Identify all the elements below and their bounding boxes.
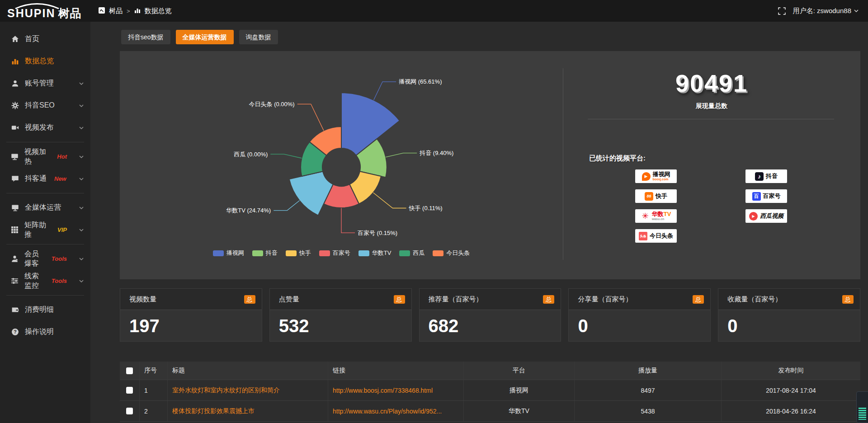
- legend-item-0[interactable]: 播视网: [213, 249, 244, 257]
- app-logo[interactable]: SHUPIN树品: [0, 3, 99, 19]
- platform-card-wasu: ✳华数TVwasu.cn: [635, 209, 677, 223]
- pie-label-4: 华数TV (24.74%): [226, 207, 271, 214]
- row-checkbox[interactable]: [126, 408, 133, 414]
- overview-panel: 播视网 (65.61%)抖音 (9.40%)快手 (0.11%)百家号 (0.1…: [120, 51, 860, 279]
- tab-inquiry-data[interactable]: 询盘数据: [239, 30, 278, 44]
- chevron-down-icon: [79, 103, 84, 108]
- pie-label-line-0: [374, 82, 396, 100]
- tab-media-ops-data[interactable]: 全媒体运营数据: [176, 30, 234, 44]
- grid-icon: [11, 226, 19, 234]
- pie-slice-4[interactable]: [289, 171, 333, 215]
- app-root: SHUPIN树品 树品 > 数据总览 用户名: zswodun88 首页数据总览…: [0, 0, 868, 423]
- row-checkbox[interactable]: [126, 387, 133, 394]
- pie-legend: 播视网抖音快手百家号华数TV西瓜今日头条: [120, 249, 563, 257]
- sidebar-badge-tools: Tools: [52, 255, 67, 262]
- stat-card-value: 682: [420, 310, 561, 336]
- sidebar-item-member-baoke[interactable]: 会员爆客Tools: [0, 248, 90, 270]
- stat-card-4: 收藏量（百家号）总0: [718, 288, 860, 342]
- header-platform: 平台: [464, 362, 575, 380]
- toutiao-logo-icon: 头条: [639, 232, 647, 240]
- sidebar-item-account-manage[interactable]: 账号管理: [0, 72, 90, 94]
- wasu-logo-icon: ✳: [641, 212, 650, 221]
- cell-no: 1: [140, 380, 168, 400]
- sidebar-badge-new: New: [54, 175, 66, 182]
- sidebar-item-clue-monitor[interactable]: 线索监控Tools: [0, 270, 90, 292]
- pie-label-3: 百家号 (0.15%): [358, 230, 397, 236]
- cell-no: 2: [140, 401, 168, 421]
- logo-cn: 树品: [58, 7, 81, 19]
- chevron-down-icon: [79, 256, 84, 262]
- xigua-logo-icon: ▶: [749, 212, 758, 221]
- question-icon: ?: [11, 328, 19, 336]
- cell-time: 2017-08-24 17:04: [722, 380, 860, 400]
- sidebar-item-consume-detail[interactable]: 消费明细: [0, 299, 90, 321]
- gear-icon: [11, 102, 19, 109]
- total-impressions-label: 展现量总数: [563, 102, 860, 110]
- sidebar-item-data-overview[interactable]: 数据总览: [0, 50, 90, 72]
- stat-card-header: 推荐量（百家号）总: [420, 289, 561, 310]
- table-row: 2楼体投影灯投影效果震撼上市http://www.wasu.cn/Play/sh…: [120, 401, 860, 422]
- video-url-link[interactable]: http://www.boosj.com/7338468.html: [333, 387, 433, 394]
- cell-link: http://www.wasu.cn/Play/show/id/952...: [328, 401, 464, 421]
- username-label: 用户名: zswodun88: [793, 7, 851, 15]
- sidebar-item-help[interactable]: ?操作说明: [0, 321, 90, 343]
- legend-item-2[interactable]: 快手: [286, 249, 311, 257]
- pie-label-6: 今日头条 (0.00%): [249, 101, 295, 108]
- user2-icon: [11, 255, 19, 263]
- pie-label-0: 播视网 (65.61%): [399, 78, 442, 85]
- chevron-down-icon: [79, 205, 84, 211]
- sidebar-item-media-ops[interactable]: 全媒体运营: [0, 197, 90, 219]
- fullscreen-button[interactable]: [778, 7, 786, 15]
- video-title-link[interactable]: 室外水纹灯和室内水纹灯的区别和简介: [172, 386, 280, 395]
- topbar-right: 用户名: zswodun88: [778, 7, 868, 15]
- cell-platform: 播视网: [464, 380, 575, 400]
- legend-swatch: [359, 250, 369, 256]
- pie-label-line-4: [274, 201, 299, 211]
- pie-label-line-3: [341, 208, 355, 233]
- legend-item-4[interactable]: 华数TV: [359, 249, 392, 257]
- stat-card-header: 视频数量总: [120, 289, 262, 310]
- legend-item-1[interactable]: 抖音: [252, 249, 278, 257]
- floating-widget-stripes: [859, 408, 866, 420]
- tab-douyin-seo-data[interactable]: 抖音seo数据: [121, 30, 170, 44]
- stat-cards-row: 视频数量总197点赞量总532推荐量（百家号）总682分享量（百家号）总0收藏量…: [120, 288, 860, 342]
- sidebar-item-douketong[interactable]: 抖客通New: [0, 168, 90, 190]
- video-url-link[interactable]: http://www.wasu.cn/Play/show/id/952...: [333, 408, 442, 415]
- sidebar-item-video-publish[interactable]: 视频发布: [0, 117, 90, 139]
- header-select-cell: [120, 362, 140, 380]
- sidebar-item-matrix-boost[interactable]: 矩阵助推VIP: [0, 219, 90, 241]
- stat-card-value: 0: [718, 310, 860, 336]
- table-row: 1室外水纹灯和室内水纹灯的区别和简介http://www.boosj.com/7…: [120, 380, 860, 401]
- legend-label: 抖音: [266, 249, 278, 257]
- pie-label-2: 快手 (0.11%): [409, 205, 443, 212]
- chevron-down-icon: [79, 81, 84, 86]
- breadcrumb-current[interactable]: 数据总览: [145, 7, 172, 15]
- legend-item-3[interactable]: 百家号: [319, 249, 350, 257]
- total-badge: 总: [543, 295, 554, 304]
- sidebar-item-video-heat[interactable]: 视频加热Hot: [0, 146, 90, 168]
- svg-text:?: ?: [14, 329, 16, 334]
- select-all-checkbox[interactable]: [126, 367, 133, 374]
- table-header-row: 序号标题链接平台播放量发布时间: [120, 362, 860, 380]
- breadcrumb-root[interactable]: 树品: [109, 7, 123, 15]
- sidebar-item-label: 全媒体运营: [25, 203, 61, 212]
- floating-widget[interactable]: [856, 391, 868, 423]
- stat-card-value: 0: [569, 310, 710, 336]
- row-select-cell: [120, 401, 140, 421]
- sidebar-item-douyin-seo[interactable]: 抖音SEO: [0, 94, 90, 117]
- legend-item-5[interactable]: 西瓜: [399, 249, 425, 257]
- videos-table: 序号标题链接平台播放量发布时间1室外水纹灯和室内水纹灯的区别和简介http://…: [120, 362, 860, 423]
- video-title-link[interactable]: 楼体投影灯投影效果震撼上市: [172, 407, 255, 415]
- pie-label-line-2: [373, 193, 406, 208]
- total-impressions-value: 90491: [563, 69, 860, 97]
- sidebar-item-home[interactable]: 首页: [0, 28, 90, 50]
- sidebar-badge-hot: Hot: [57, 153, 67, 160]
- legend-swatch: [319, 250, 330, 256]
- user-menu[interactable]: 用户名: zswodun88: [793, 7, 859, 15]
- stat-card-value: 197: [120, 310, 262, 336]
- platform-column-left: ▶播视网boosj.com86快手✳华数TVwasu.cn头条今日头条: [635, 169, 677, 243]
- chevron-down-icon: [79, 227, 84, 233]
- sidebar-item-label: 抖客通: [25, 174, 47, 183]
- legend-item-6[interactable]: 今日头条: [433, 249, 470, 257]
- wallet-icon: [11, 306, 19, 314]
